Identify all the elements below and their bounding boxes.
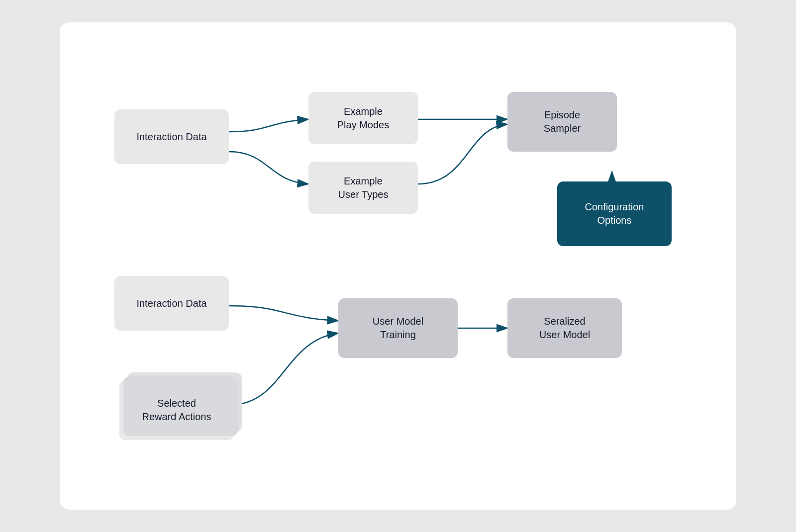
selected-reward-actions-node: SelectedReward Actions	[119, 380, 234, 440]
serialized-user-model-node: SeralizedUser Model	[507, 298, 622, 358]
interaction-data-1-node: Interaction Data	[114, 109, 229, 164]
main-card: Interaction Data ExamplePlay Modes Examp…	[60, 22, 736, 510]
user-model-training-node: User ModelTraining	[338, 298, 458, 358]
example-play-modes-node: ExamplePlay Modes	[308, 92, 418, 144]
interaction-data-1-label: Interaction Data	[136, 130, 206, 144]
interaction-data-2-node: Interaction Data	[114, 276, 229, 331]
example-user-types-node: ExampleUser Types	[308, 162, 418, 214]
episode-sampler-node: EpisodeSampler	[507, 92, 617, 152]
user-model-training-label: User ModelTraining	[373, 315, 423, 342]
episode-sampler-label: EpisodeSampler	[544, 108, 581, 135]
configuration-options-node: ConfigurationOptions	[557, 181, 672, 246]
example-play-modes-label: ExamplePlay Modes	[337, 105, 390, 132]
selected-reward-actions-label: SelectedReward Actions	[142, 397, 211, 424]
configuration-options-label: ConfigurationOptions	[585, 200, 644, 227]
interaction-data-2-label: Interaction Data	[136, 297, 206, 310]
serialized-user-model-label: SeralizedUser Model	[539, 315, 590, 342]
example-user-types-label: ExampleUser Types	[338, 175, 389, 201]
